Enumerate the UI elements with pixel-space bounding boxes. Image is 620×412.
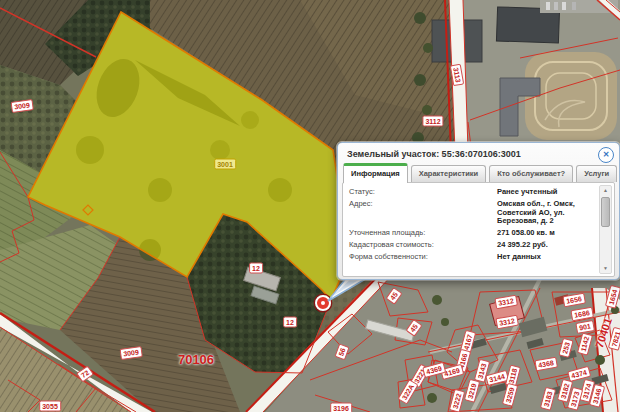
parcel-label: 1656: [562, 293, 585, 308]
scroll-up-icon[interactable]: ▲: [600, 186, 611, 195]
parcel-label: 3219: [464, 379, 480, 403]
parcel-label: 3259: [502, 383, 518, 407]
parcel-label: 1686: [570, 307, 593, 322]
parcel-label: 3009: [11, 99, 34, 113]
parcel-label: 3055: [39, 401, 61, 412]
parcel-label: 45: [406, 319, 423, 337]
parcel-label: 45: [386, 287, 403, 305]
attribute-label: Уточненная площадь:: [349, 229, 497, 238]
attribute-label: Форма собственности:: [349, 253, 497, 262]
parcel-label: 12: [283, 317, 297, 328]
cadastral-map-app: 3009311231133001121230097010672305545455…: [0, 0, 620, 412]
attribute-row: Форма собственности:Нет данных: [349, 253, 597, 262]
parcel-label: 3312: [495, 315, 518, 330]
popup-title: Земельный участок: 55:36:070106:3001: [338, 143, 619, 163]
parcel-label: 322A: [398, 379, 419, 404]
parcel-label: 901: [575, 320, 594, 334]
parcel-label: 4368: [534, 357, 557, 372]
tab-услуги[interactable]: Услуги: [576, 165, 617, 182]
attribute-rows: Статус:Ранее учтенныйАдрес:Омская обл., …: [349, 188, 597, 262]
attribute-value: Ранее учтенный: [497, 188, 557, 197]
attribute-label: Кадастровая стоимость:: [349, 241, 497, 250]
attribute-label: Адрес:: [349, 200, 497, 226]
parcel-label: 253: [558, 338, 573, 358]
tab-информация[interactable]: Информация: [343, 163, 408, 183]
attribute-row: Кадастровая стоимость:24 395.22 руб.: [349, 241, 597, 250]
popup-content: Статус:Ранее учтенныйАдрес:Омская обл., …: [342, 182, 615, 277]
attribute-value: 24 395.22 руб.: [497, 241, 548, 250]
tab-характеристики[interactable]: Характеристики: [411, 165, 487, 182]
attribute-row: Статус:Ранее учтенный: [349, 188, 597, 197]
parcel-label: 56: [334, 344, 349, 361]
parcel-label: 72: [76, 366, 94, 383]
parcel-label: 1654: [605, 285, 620, 309]
parcel-label: 70106: [178, 355, 214, 364]
popup-tabs: ИнформацияХарактеристикиКто обслуживает?…: [343, 164, 615, 182]
parcel-label: 3009: [120, 346, 143, 360]
parcel-label: 3183: [540, 387, 556, 411]
parcel-label: 12: [249, 263, 263, 274]
parcel-label: 3196: [330, 403, 352, 412]
attribute-value: 271 058.00 кв. м: [497, 229, 555, 238]
scrollbar-thumb[interactable]: [601, 197, 610, 227]
scroll-down-icon[interactable]: ▼: [600, 264, 611, 273]
parcel-label: 3312: [494, 295, 517, 310]
close-icon[interactable]: ✕: [598, 147, 614, 163]
parcel-label: 3222: [449, 389, 465, 412]
parcel-label: 1142: [577, 332, 593, 355]
scrollbar[interactable]: ▲ ▼: [599, 185, 612, 274]
parcel-label: 3113: [450, 64, 465, 87]
attribute-row: Уточненная площадь:271 058.00 кв. м: [349, 229, 597, 238]
attribute-value: Нет данных: [497, 253, 541, 262]
attribute-row: Адрес:Омская обл., г. Омск, Советский АО…: [349, 200, 597, 226]
attribute-value: Омская обл., г. Омск, Советский АО, ул. …: [497, 200, 597, 226]
attribute-label: Статус:: [349, 188, 497, 197]
parcel-info-popup: Земельный участок: 55:36:070106:3001 ✕ И…: [337, 142, 620, 280]
parcel-label: 3112: [422, 116, 443, 127]
parcel-label: 3001: [214, 159, 236, 170]
tab-кто-обслуживает-[interactable]: Кто обслуживает?: [489, 165, 573, 182]
